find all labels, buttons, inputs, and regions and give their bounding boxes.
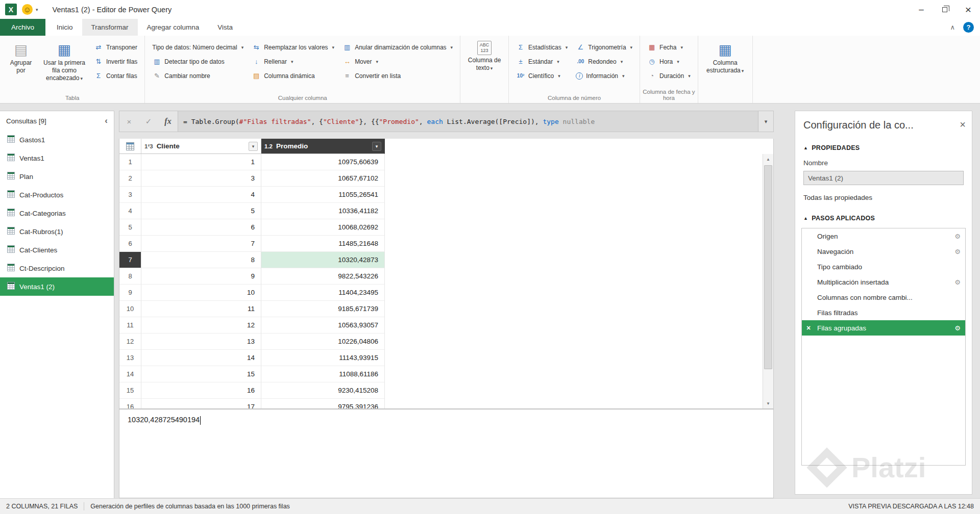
delete-step-icon[interactable]: × (806, 324, 811, 332)
excel-app-icon[interactable]: X (5, 4, 17, 15)
applied-steps-header[interactable]: ▲PASOS APLICADOS (795, 215, 972, 222)
table-row-selected[interactable]: 7810320,42873 (119, 252, 773, 268)
row-number[interactable]: 5 (119, 219, 141, 236)
table-row[interactable]: 91011404,23495 (119, 285, 773, 301)
query-item-ventas1-2[interactable]: Ventas1 (2) (0, 277, 114, 296)
cell-promedio[interactable]: 11143,93915 (261, 350, 385, 366)
table-row[interactable]: 3411055,26541 (119, 187, 773, 203)
cell-cliente[interactable]: 1 (141, 154, 261, 170)
properties-header[interactable]: ▲PROPIEDADES (795, 144, 972, 151)
formula-cancel-button[interactable]: × (119, 111, 139, 132)
query-name-input[interactable] (803, 171, 964, 185)
table-row[interactable]: 1110975,60639 (119, 154, 773, 170)
rellenar-button[interactable]: ↓Rellenar▾ (249, 55, 337, 68)
cell-cliente[interactable]: 15 (141, 366, 261, 382)
tipo-de-datos-button[interactable]: Tipo de datos: Número decimal▾ (149, 41, 247, 54)
row-number[interactable]: 6 (119, 236, 141, 252)
fecha-button[interactable]: ▦Fecha▾ (644, 41, 694, 54)
columna-dinamica-button[interactable]: ▤Columna dinámica (249, 69, 337, 82)
help-icon[interactable]: ? (963, 22, 974, 33)
profile-info-status[interactable]: Generación de perfiles de columnas basad… (90, 503, 290, 510)
cell-cliente[interactable]: 7 (141, 236, 261, 252)
cell-promedio[interactable]: 9795,391236 (261, 399, 385, 408)
formula-check-button[interactable]: ✓ (139, 111, 158, 132)
row-number[interactable]: 2 (119, 170, 141, 187)
tab-archivo[interactable]: Archivo (0, 19, 45, 36)
cell-promedio[interactable]: 10226,04806 (261, 333, 385, 350)
cell-promedio[interactable]: 10336,41182 (261, 203, 385, 219)
step-tipo-cambiado[interactable]: Tipo cambiado (802, 259, 965, 274)
row-number[interactable]: 7 (119, 252, 141, 268)
scrollbar-thumb[interactable] (764, 165, 772, 369)
step-filas-filtradas[interactable]: Filas filtradas (802, 305, 965, 320)
query-item-plan[interactable]: Plan (0, 167, 114, 186)
cell-promedio[interactable]: 10068,02692 (261, 219, 385, 236)
query-item-ventas1[interactable]: Ventas1 (0, 149, 114, 167)
table-row[interactable]: 2310657,67102 (119, 170, 773, 187)
row-number[interactable]: 8 (119, 268, 141, 285)
cell-promedio[interactable]: 9822,543226 (261, 268, 385, 285)
trigonometria-button[interactable]: ∠Trigonometría▾ (573, 41, 635, 54)
cell-cliente[interactable]: 4 (141, 187, 261, 203)
cell-promedio[interactable]: 11404,23495 (261, 285, 385, 301)
cell-cliente[interactable]: 9 (141, 268, 261, 285)
tab-agregar-columna[interactable]: Agregar columna (138, 19, 209, 36)
cell-cliente[interactable]: 10 (141, 285, 261, 301)
cell-promedio[interactable]: 9185,671739 (261, 301, 385, 317)
query-item-gastos1[interactable]: Gastos1 (0, 131, 114, 149)
table-row[interactable]: 121310226,04806 (119, 333, 773, 350)
table-corner-button[interactable] (119, 139, 141, 154)
query-item-cat-categorias[interactable]: Cat-Categorias (0, 204, 114, 222)
query-item-ct-descripcion[interactable]: Ct-Descripcion (0, 259, 114, 277)
close-settings-icon[interactable]: × (960, 119, 966, 130)
anular-dinamizacion-button[interactable]: ▥Anular dinamización de columnas▾ (339, 41, 456, 54)
row-number[interactable]: 13 (119, 350, 141, 366)
collapse-queries-icon[interactable]: ‹ (105, 116, 108, 126)
table-row[interactable]: 6711485,21648 (119, 236, 773, 252)
estadisticas-button[interactable]: ΣEstadísticas▾ (513, 41, 571, 54)
redondeo-button[interactable]: .00Redondeo▾ (573, 55, 635, 68)
reemplazar-valores-button[interactable]: ⇆Reemplazar los valores▾ (249, 41, 337, 54)
gear-icon[interactable]: ⚙ (954, 324, 961, 332)
step-navegacion[interactable]: Navegación⚙ (802, 244, 965, 259)
table-row[interactable]: 111210563,93057 (119, 317, 773, 333)
tab-transformar[interactable]: Transformar (82, 19, 138, 36)
query-item-cat-clientes[interactable]: Cat-Clientes (0, 241, 114, 259)
minimize-button[interactable]: – (910, 0, 933, 19)
step-columnas-con-nombre-cambiado[interactable]: Columnas con nombre cambi... (802, 290, 965, 305)
cientifico-button[interactable]: 10²Científico▾ (513, 69, 571, 82)
agrupar-por-button[interactable]: ▤ Agrupar por (4, 39, 38, 76)
hora-button[interactable]: ◷Hora▾ (644, 55, 694, 68)
cell-promedio-selected[interactable]: 10320,42873 (261, 252, 385, 268)
cell-cliente[interactable]: 8 (141, 252, 261, 268)
mover-button[interactable]: ↔Mover▾ (339, 55, 456, 68)
scroll-down-icon[interactable]: ▼ (763, 398, 773, 408)
table-row[interactable]: 10119185,671739 (119, 301, 773, 317)
informacion-button[interactable]: iInformación▾ (573, 69, 635, 82)
usar-primera-fila-button[interactable]: ▦ Usar la primera fila como encabezado▾ (40, 39, 89, 84)
table-row[interactable]: 5610068,02692 (119, 219, 773, 236)
restore-button[interactable] (933, 0, 957, 19)
smiley-feedback-icon[interactable]: ☺ (22, 4, 33, 15)
row-number[interactable]: 10 (119, 301, 141, 317)
close-button[interactable]: × (957, 0, 980, 19)
quick-access-dropdown-icon[interactable]: ▾ (36, 7, 38, 12)
cambiar-nombre-button[interactable]: ✎Cambiar nombre (149, 69, 247, 82)
row-number[interactable]: 15 (119, 382, 141, 399)
detectar-tipo-button[interactable]: ▥Detectar tipo de datos (149, 55, 247, 68)
row-number[interactable]: 1 (119, 154, 141, 170)
transponer-button[interactable]: ⇄Transponer (91, 41, 140, 54)
collapse-ribbon-icon[interactable]: ∧ (950, 23, 955, 31)
table-row[interactable]: 131411143,93915 (119, 350, 773, 366)
cell-promedio[interactable]: 9230,415208 (261, 382, 385, 399)
cell-cliente[interactable]: 3 (141, 170, 261, 187)
filter-dropdown-icon[interactable]: ▾ (372, 142, 381, 151)
gear-icon[interactable]: ⚙ (954, 233, 961, 240)
fx-icon[interactable]: fx (158, 111, 178, 132)
step-origen[interactable]: Origen⚙ (802, 228, 965, 244)
tab-inicio[interactable]: Inicio (47, 19, 82, 36)
all-properties-link[interactable]: Todas las propiedades (795, 194, 972, 201)
invertir-filas-button[interactable]: ⇅Invertir filas (91, 55, 140, 68)
row-number[interactable]: 11 (119, 317, 141, 333)
query-item-cat-rubros[interactable]: Cat-Rubros(1) (0, 222, 114, 241)
